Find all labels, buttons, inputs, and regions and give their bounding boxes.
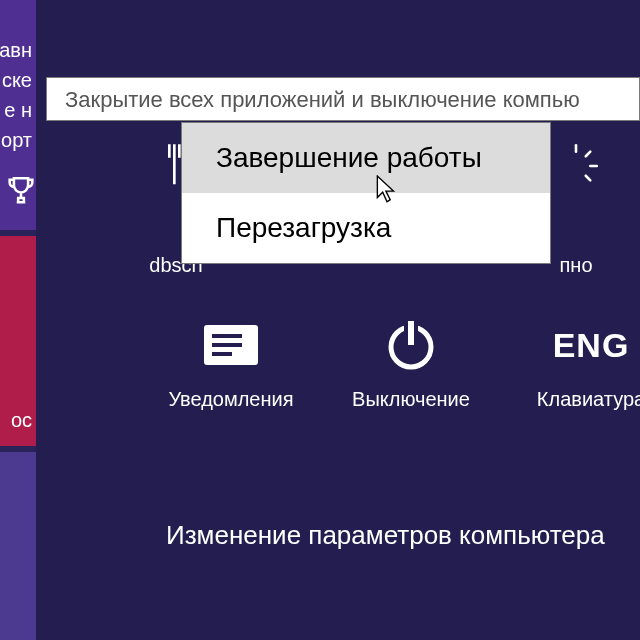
start-tile[interactable]: ос: [0, 236, 36, 446]
tile-text-fragment: ос: [11, 406, 32, 434]
start-tile[interactable]: авн ске е н орт: [0, 0, 36, 230]
screenshot-root: авн ске е н орт ос dbsch: [0, 0, 640, 640]
notifications-button[interactable]: Уведомления: [136, 310, 326, 411]
start-screen-edge: авн ске е н орт ос: [0, 0, 36, 640]
change-pc-settings-link[interactable]: Изменение параметров компьютера: [166, 520, 605, 551]
svg-rect-6: [212, 343, 242, 347]
brightness-icon: [550, 140, 602, 192]
power-icon: [381, 315, 441, 375]
notifications-label: Уведомления: [136, 388, 326, 411]
tooltip: Закрытие всех приложений и выключение ко…: [46, 77, 640, 121]
keyboard-button[interactable]: ENG Клавиатура: [496, 310, 640, 411]
svg-line-3: [586, 176, 591, 181]
power-menu-restart[interactable]: Перезагрузка: [182, 193, 550, 263]
start-tile[interactable]: [0, 452, 36, 640]
keyboard-indicator: ENG: [553, 326, 630, 365]
svg-rect-7: [212, 352, 232, 356]
keyboard-label: Клавиатура: [496, 388, 640, 411]
power-menu-shutdown[interactable]: Завершение работы: [182, 123, 550, 193]
power-menu: Завершение работы Перезагрузка: [181, 122, 551, 264]
power-button[interactable]: Выключение: [316, 310, 506, 411]
notifications-icon: [198, 319, 264, 371]
tile-text-fragment: ске: [2, 66, 32, 94]
svg-line-1: [586, 152, 591, 157]
tile-text-fragment: орт: [1, 126, 32, 154]
power-label: Выключение: [316, 388, 506, 411]
svg-rect-5: [212, 334, 242, 338]
tile-text-fragment: авн: [0, 36, 32, 64]
svg-rect-11: [408, 321, 414, 343]
trophy-icon: [4, 174, 38, 208]
tile-text-fragment: е н: [4, 96, 32, 124]
